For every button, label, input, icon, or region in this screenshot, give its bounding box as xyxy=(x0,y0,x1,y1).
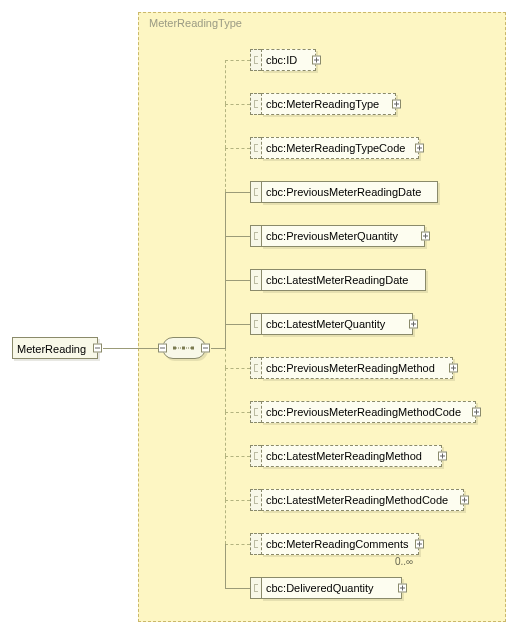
schema-child-body: cbc:LatestMeterQuantity xyxy=(261,313,413,335)
child-expand-toggle[interactable] xyxy=(415,144,424,153)
connector-vertical xyxy=(225,348,226,368)
connector-vertical xyxy=(225,60,226,104)
element-notch-icon xyxy=(250,533,261,555)
connector-to-child xyxy=(225,148,250,149)
schema-child-label: cbc:PreviousMeterReadingDate xyxy=(266,186,421,198)
schema-child-body: cbc:PreviousMeterReadingMethodCode xyxy=(261,401,476,423)
schema-child-element[interactable]: cbc:MeterReadingComments xyxy=(250,533,419,555)
connector-to-child xyxy=(225,60,250,61)
schema-child-element[interactable]: cbc:MeterReadingTypeCode xyxy=(250,137,419,159)
schema-child-body: cbc:DeliveredQuantity xyxy=(261,577,402,599)
connector-root-to-type xyxy=(103,348,138,349)
schema-child-label: cbc:LatestMeterQuantity xyxy=(266,318,385,330)
schema-child-element[interactable]: cbc:LatestMeterQuantity xyxy=(250,313,413,335)
schema-child-label: cbc:PreviousMeterReadingMethod xyxy=(266,362,435,374)
connector-vertical xyxy=(225,544,226,588)
connector-vertical xyxy=(225,368,226,412)
connector-to-child xyxy=(225,324,250,325)
schema-child-element[interactable]: cbc:LatestMeterReadingDate xyxy=(250,269,426,291)
child-expand-toggle[interactable] xyxy=(392,100,401,109)
connector-vertical xyxy=(225,324,226,348)
schema-child-label: cbc:DeliveredQuantity xyxy=(266,582,374,594)
element-notch-icon xyxy=(250,445,261,467)
connector-vertical xyxy=(225,412,226,456)
type-container-title: MeterReadingType xyxy=(149,17,242,29)
schema-child-body: cbc:PreviousMeterReadingMethod xyxy=(261,357,453,379)
child-expand-toggle[interactable] xyxy=(415,540,424,549)
schema-child-label: cbc:MeterReadingTypeCode xyxy=(266,142,405,154)
root-element-label: MeterReading xyxy=(17,343,86,355)
schema-child-element[interactable]: cbc:MeterReadingType xyxy=(250,93,396,115)
compositor-collapse-right-toggle[interactable] xyxy=(201,344,210,353)
element-notch-icon xyxy=(250,93,261,115)
element-notch-icon xyxy=(250,401,261,423)
element-notch-icon xyxy=(250,181,261,203)
schema-child-body: cbc:LatestMeterReadingMethodCode xyxy=(261,489,464,511)
element-notch-icon xyxy=(250,269,261,291)
schema-child-label: cbc:MeterReadingType xyxy=(266,98,379,110)
schema-child-element[interactable]: cbc:PreviousMeterReadingMethod xyxy=(250,357,453,379)
schema-child-label: cbc:ID xyxy=(266,54,297,66)
schema-child-element[interactable]: cbc:PreviousMeterReadingDate xyxy=(250,181,438,203)
child-expand-toggle[interactable] xyxy=(409,320,418,329)
schema-child-element[interactable]: cbc:LatestMeterReadingMethodCode xyxy=(250,489,464,511)
schema-child-element[interactable]: cbc:ID xyxy=(250,49,316,71)
element-notch-icon xyxy=(250,577,261,599)
root-element-box[interactable]: MeterReading xyxy=(12,337,98,359)
element-notch-icon xyxy=(250,313,261,335)
child-expand-toggle[interactable] xyxy=(438,452,447,461)
connector-to-child xyxy=(225,368,250,369)
diagram-canvas: MeterReadingType MeterReading cbc:IDcbc:… xyxy=(0,0,514,633)
connector-to-child xyxy=(225,280,250,281)
connector-vertical xyxy=(225,456,226,500)
element-notch-icon xyxy=(250,489,261,511)
sequence-compositor[interactable] xyxy=(162,337,206,359)
schema-child-body: cbc:PreviousMeterReadingDate xyxy=(261,181,438,203)
connector-to-child xyxy=(225,588,250,589)
schema-child-body: cbc:MeterReadingComments xyxy=(261,533,419,555)
schema-child-body: cbc:PreviousMeterQuantity xyxy=(261,225,425,247)
connector-vertical xyxy=(225,500,226,544)
multiplicity-label: 0..∞ xyxy=(395,556,413,567)
schema-child-label: cbc:LatestMeterReadingMethodCode xyxy=(266,494,448,506)
schema-child-label: cbc:MeterReadingComments xyxy=(266,538,408,550)
element-notch-icon xyxy=(250,357,261,379)
compositor-collapse-left-toggle[interactable] xyxy=(158,344,167,353)
schema-child-label: cbc:LatestMeterReadingDate xyxy=(266,274,408,286)
schema-child-body: cbc:MeterReadingType xyxy=(261,93,396,115)
connector-vertical xyxy=(225,348,226,349)
child-expand-toggle[interactable] xyxy=(472,408,481,417)
child-expand-toggle[interactable] xyxy=(421,232,430,241)
schema-child-element[interactable]: cbc:PreviousMeterReadingMethodCode xyxy=(250,401,476,423)
schema-child-element[interactable]: cbc:PreviousMeterQuantity xyxy=(250,225,425,247)
schema-child-body: cbc:ID xyxy=(261,49,316,71)
connector-vertical xyxy=(225,280,226,324)
element-notch-icon xyxy=(250,225,261,247)
child-expand-toggle[interactable] xyxy=(398,584,407,593)
connector-to-child xyxy=(225,236,250,237)
connector-vertical xyxy=(225,148,226,192)
connector-to-child xyxy=(225,192,250,193)
schema-child-label: cbc:PreviousMeterQuantity xyxy=(266,230,398,242)
element-notch-icon xyxy=(250,49,261,71)
connector-vertical xyxy=(225,104,226,148)
child-expand-toggle[interactable] xyxy=(460,496,469,505)
schema-child-label: cbc:LatestMeterReadingMethod xyxy=(266,450,422,462)
connector-to-child xyxy=(225,544,250,545)
element-notch-icon xyxy=(250,137,261,159)
connector-to-child xyxy=(225,104,250,105)
connector-vertical xyxy=(225,192,226,236)
connector-to-child xyxy=(225,500,250,501)
schema-child-element[interactable]: cbc:LatestMeterReadingMethod xyxy=(250,445,442,467)
schema-child-body: cbc:LatestMeterReadingDate xyxy=(261,269,426,291)
connector-to-child xyxy=(225,412,250,413)
child-expand-toggle[interactable] xyxy=(449,364,458,373)
schema-child-body: cbc:LatestMeterReadingMethod xyxy=(261,445,442,467)
connector-vertical xyxy=(225,236,226,280)
schema-child-element[interactable]: cbc:DeliveredQuantity xyxy=(250,577,402,599)
schema-child-body: cbc:MeterReadingTypeCode xyxy=(261,137,419,159)
child-expand-toggle[interactable] xyxy=(312,56,321,65)
connector-compositor-stub xyxy=(211,348,225,349)
schema-child-label: cbc:PreviousMeterReadingMethodCode xyxy=(266,406,461,418)
root-expand-toggle[interactable] xyxy=(93,344,102,353)
